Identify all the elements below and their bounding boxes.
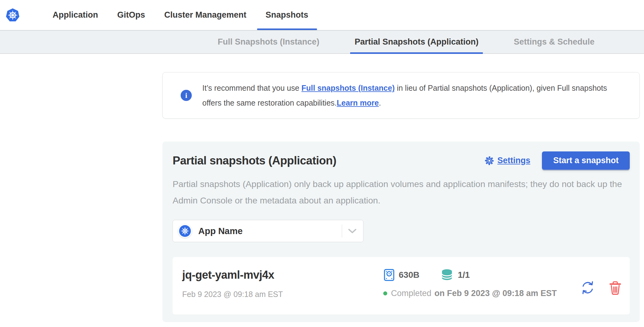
database-icon	[440, 268, 454, 282]
kubernetes-badge-icon	[179, 225, 191, 237]
active-tab-underline	[257, 28, 317, 30]
nav-item-cluster-management[interactable]: Cluster Management	[156, 0, 255, 30]
settings-label: Settings	[497, 156, 530, 165]
partial-snapshots-panel: Partial snapshots (Application) Settings…	[162, 142, 640, 322]
snapshot-name: jq-get-yaml-mvj4x	[182, 269, 383, 281]
snapshot-volumes-value: 1/1	[458, 270, 470, 280]
start-snapshot-button[interactable]: Start a snapshot	[542, 151, 630, 170]
learn-more-link[interactable]: Learn more	[337, 98, 379, 107]
snapshot-started-timestamp: Feb 9 2023 @ 09:18 am EST	[182, 290, 383, 299]
restore-snapshot-button[interactable]	[580, 280, 595, 295]
delete-snapshot-button[interactable]	[609, 281, 622, 295]
snapshot-row: jq-get-yaml-mvj4x Feb 9 2023 @ 09:18 am …	[173, 257, 630, 315]
tab-full-snapshots[interactable]: Full Snapshots (Instance)	[213, 31, 324, 53]
info-banner: i It’s recommend that you use Full snaps…	[162, 72, 640, 119]
settings-link[interactable]: Settings	[484, 156, 530, 166]
selector-divider	[342, 225, 342, 238]
panel-header: Partial snapshots (Application) Settings…	[173, 151, 630, 170]
gear-icon	[484, 156, 494, 166]
info-icon: i	[181, 90, 192, 101]
restore-icon	[580, 280, 595, 295]
top-navigation: Application GitOps Cluster Management Sn…	[0, 0, 644, 30]
nav-item-snapshots[interactable]: Snapshots	[257, 0, 317, 30]
snapshot-status-line: Completed on Feb 9 2023 @ 09:18 am EST	[383, 289, 567, 298]
app-selector-value: App Name	[198, 226, 243, 236]
nav-item-application[interactable]: Application	[44, 0, 107, 30]
snapshot-size-value: 630B	[399, 270, 419, 280]
active-tab-underline	[350, 52, 483, 54]
snapshot-size-stat: 630B	[383, 268, 419, 281]
panel-description: Partial snapshots (Application) only bac…	[173, 176, 630, 209]
info-banner-text: It’s recommend that you use Full snapsho…	[202, 81, 615, 110]
kubernetes-logo	[6, 8, 20, 23]
full-snapshots-link[interactable]: Full snapshots (Instance)	[302, 84, 395, 92]
snapshot-stats: 630B 1/1	[383, 269, 567, 315]
snapshot-volumes-stat: 1/1	[440, 268, 470, 282]
snapshot-finished-timestamp: on Feb 9 2023 @ 09:18 am EST	[435, 289, 557, 298]
main-content: i It’s recommend that you use Full snaps…	[162, 72, 640, 322]
app-name-selector[interactable]: App Name	[173, 220, 363, 242]
nav-item-gitops[interactable]: GitOps	[109, 0, 154, 30]
panel-title: Partial snapshots (Application)	[173, 154, 336, 167]
trash-icon	[609, 281, 622, 295]
snapshots-sub-tabs: Full Snapshots (Instance) Partial Snapsh…	[0, 30, 644, 54]
snapshot-status: Completed	[391, 289, 431, 298]
tab-partial-snapshots[interactable]: Partial Snapshots (Application)	[350, 31, 483, 53]
status-dot-completed	[383, 291, 387, 295]
disk-icon	[383, 268, 395, 281]
tab-settings-schedule[interactable]: Settings & Schedule	[509, 31, 599, 53]
top-nav-items: Application GitOps Cluster Management Sn…	[44, 0, 319, 30]
snapshot-identity: jq-get-yaml-mvj4x Feb 9 2023 @ 09:18 am …	[182, 269, 383, 315]
chevron-down-icon	[348, 228, 357, 235]
snapshot-actions	[567, 280, 622, 295]
